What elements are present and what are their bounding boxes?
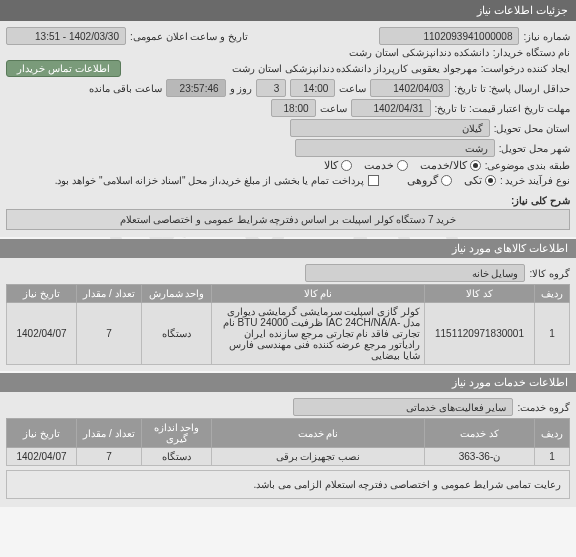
radio-group-label: گروهی (407, 174, 438, 187)
payment-note-label: پرداخت تمام یا بخشی از مبلغ خرید،از محل … (55, 175, 364, 186)
send-deadline-date-field: 1402/04/03 (370, 79, 450, 97)
need-number-field: 1102093941000008 (379, 27, 519, 45)
category-radio-group: کالا/خدمت خدمت کالا (324, 159, 481, 172)
goods-th-name: نام کالا (212, 285, 425, 303)
goods-cell-name: کولر گازی اسپلیت سرمایشی گرمایشی دیواری … (212, 303, 425, 365)
goods-table-row: 1 1151120971830001 کولر گازی اسپلیت سرما… (7, 303, 570, 365)
services-th-date: تاریخ نیاز (7, 419, 77, 448)
goods-group-field: وسایل خانه (305, 264, 525, 282)
radio-dot-icon (470, 160, 481, 171)
validity-time-field: 18:00 (271, 99, 316, 117)
creator-value: مهرجواد یعقوبی کارپرداز دانشکده دندانپزش… (125, 63, 477, 74)
goods-group-label: گروه کالا: (529, 268, 570, 279)
validity-date-field: 1402/04/31 (351, 99, 431, 117)
services-panel: گروه خدمت: سایر فعالیت‌های خدماتی ردیف ک… (0, 392, 576, 507)
city-field: رشت (295, 139, 495, 157)
services-table-header-row: ردیف کد خدمت نام خدمت واحد اندازه گیری ت… (7, 419, 570, 448)
goods-cell-code: 1151120971830001 (425, 303, 535, 365)
goods-cell-qty: 7 (77, 303, 142, 365)
services-table: ردیف کد خدمت نام خدمت واحد اندازه گیری ت… (6, 418, 570, 466)
services-cell-row: 1 (535, 448, 570, 466)
services-th-qty: تعداد / مقدار (77, 419, 142, 448)
page-header: جزئیات اطلاعات نیاز (0, 0, 576, 21)
goods-th-date: تاریخ نیاز (7, 285, 77, 303)
services-cell-code: ن-36-363 (425, 448, 535, 466)
send-deadline-time-field: 14:00 (290, 79, 335, 97)
city-label: شهر محل تحویل: (499, 143, 570, 154)
goods-th-row: ردیف (535, 285, 570, 303)
announce-datetime-label: تاریخ و ساعت اعلان عمومی: (130, 31, 248, 42)
services-th-row: ردیف (535, 419, 570, 448)
process-radio-group: تکی گروهی (407, 174, 496, 187)
radio-goods-service[interactable]: کالا/خدمت (420, 159, 481, 172)
remaining-label: ساعت باقی مانده (89, 83, 162, 94)
services-th-code: کد خدمت (425, 419, 535, 448)
services-th-name: نام خدمت (212, 419, 425, 448)
services-cell-name: نصب تجهیزات برقی (212, 448, 425, 466)
services-group-label: گروه خدمت: (517, 402, 570, 413)
basket-label: طبقه بندی موضوعی: (485, 160, 570, 171)
creator-label: ایجاد کننده درخواست: (481, 63, 570, 74)
radio-goods-label: کالا (324, 159, 338, 172)
goods-panel: گروه کالا: وسایل خانه ردیف کد کالا نام ک… (0, 258, 576, 371)
radio-group[interactable]: گروهی (407, 174, 452, 187)
contact-buyer-button[interactable]: اطلاعات تماس خریدار (6, 60, 121, 77)
main-container: جزئیات اطلاعات نیاز شماره نیاز: 11020939… (0, 0, 576, 507)
goods-th-code: کد کالا (425, 285, 535, 303)
services-cell-date: 1402/04/07 (7, 448, 77, 466)
radio-goods[interactable]: کالا (324, 159, 352, 172)
process-label: نوع فرآیند خرید : (500, 175, 570, 186)
remaining-time-field: 23:57:46 (166, 79, 226, 97)
goods-section-title: اطلاعات کالاهای مورد نیاز (0, 239, 576, 258)
goods-table: ردیف کد کالا نام کالا واحد شمارش تعداد /… (6, 284, 570, 365)
province-field: گیلان (290, 119, 490, 137)
radio-dot-icon (397, 160, 408, 171)
buyer-device-label: نام دستگاه خریدار: (493, 47, 570, 58)
services-group-field: سایر فعالیت‌های خدماتی (293, 398, 513, 416)
hour-label-1: ساعت (339, 83, 366, 94)
goods-th-qty: تعداد / مقدار (77, 285, 142, 303)
days-label: روز و (230, 83, 253, 94)
services-table-row: 1 ن-36-363 نصب تجهیزات برقی دستگاه 7 140… (7, 448, 570, 466)
radio-service[interactable]: خدمت (364, 159, 408, 172)
radio-single-label: تکی (464, 174, 482, 187)
goods-cell-date: 1402/04/07 (7, 303, 77, 365)
radio-dot-icon (485, 175, 496, 186)
desc-label: شرح کلی نیاز: (511, 195, 570, 206)
services-section-title: اطلاعات خدمات مورد نیاز (0, 373, 576, 392)
info-panel: شماره نیاز: 1102093941000008 تاریخ و ساع… (0, 21, 576, 237)
send-deadline-label: حداقل ارسال پاسخ: تا تاریخ: (454, 83, 570, 94)
need-number-label: شماره نیاز: (523, 31, 570, 42)
radio-dot-icon (341, 160, 352, 171)
services-cell-unit: دستگاه (142, 448, 212, 466)
hour-label-2: ساعت (320, 103, 347, 114)
radio-goods-service-label: کالا/خدمت (420, 159, 467, 172)
services-cell-qty: 7 (77, 448, 142, 466)
days-value-field: 3 (256, 79, 286, 97)
announce-datetime-field: 1402/03/30 - 13:51 (6, 27, 126, 45)
validity-label: مهلت تاریخ اعتبار قیمت: تا تاریخ: (435, 103, 570, 114)
goods-cell-unit: دستگاه (142, 303, 212, 365)
province-label: استان محل تحویل: (494, 123, 570, 134)
goods-table-header-row: ردیف کد کالا نام کالا واحد شمارش تعداد /… (7, 285, 570, 303)
goods-th-unit: واحد شمارش (142, 285, 212, 303)
goods-cell-row: 1 (535, 303, 570, 365)
note-box: رعایت تمامی شرایط عمومی و اختصاصی دفترچه… (6, 470, 570, 499)
radio-service-label: خدمت (364, 159, 394, 172)
radio-single[interactable]: تکی (464, 174, 496, 187)
services-th-unit: واحد اندازه گیری (142, 419, 212, 448)
desc-box: خرید 7 دستگاه کولر اسپیلت بر اساس دفترچه… (6, 209, 570, 230)
payment-checkbox[interactable] (368, 175, 379, 186)
radio-dot-icon (441, 175, 452, 186)
buyer-device-value: دانشکده دندانپزشکی استان رشت (349, 47, 488, 58)
